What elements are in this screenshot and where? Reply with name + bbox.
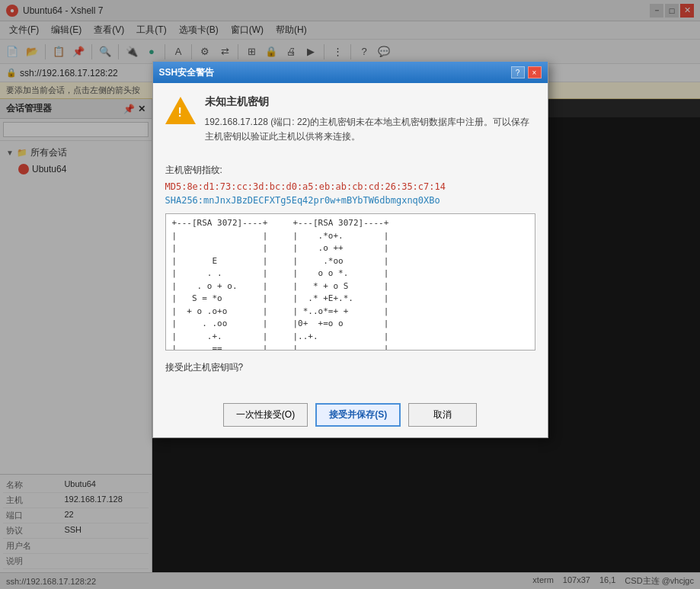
cancel-button[interactable]: 取消 bbox=[408, 403, 477, 427]
key-art-line-9: | . .oo | |0+ +=o o | bbox=[172, 318, 529, 331]
modal-overlay: SSH安全警告 ? × ! 未知主机密钥 192.168.17.128 (端口:… bbox=[0, 0, 700, 589]
dialog-title-bar: SSH安全警告 ? × bbox=[153, 62, 548, 83]
dialog-buttons: 一次性接受(O) 接受并保存(S) 取消 bbox=[153, 397, 548, 437]
key-art-box: +---[RSA 3072]----+ +---[RSA 3072]----+ … bbox=[165, 213, 535, 351]
fingerprint-sha256: SHA256:mnJnxJBzDECFXTg5Eq42pr0w+mBYbTW6d… bbox=[165, 195, 535, 206]
dialog-title-controls: ? × bbox=[511, 66, 542, 78]
key-art-line-7: | S = *o | | .* +E+.*. | bbox=[172, 293, 529, 306]
fingerprint-md5: MD5:8e:d1:73:cc:3d:bc:d0:a5:eb:ab:cb:cd:… bbox=[165, 181, 535, 192]
fingerprint-section: 主机密钥指纹: MD5:8e:d1:73:cc:3d:bc:d0:a5:eb:a… bbox=[165, 164, 535, 206]
warning-icon: ! bbox=[165, 95, 196, 126]
key-art-line-5: | . . | | o o *. | bbox=[172, 267, 529, 280]
dialog-warning-title: 未知主机密钥 bbox=[205, 95, 535, 109]
key-art-line-11: | .==. | | | bbox=[172, 343, 529, 351]
key-art-line-8: | + o .o+o | | *..o*=+ + | bbox=[172, 306, 529, 319]
key-art-line-10: | .+. | |..+. | bbox=[172, 331, 529, 344]
ssh-warning-dialog: SSH安全警告 ? × ! 未知主机密钥 192.168.17.128 (端口:… bbox=[152, 61, 548, 438]
key-art-line-4: | E | | .*oo | bbox=[172, 255, 529, 268]
accept-save-button[interactable]: 接受并保存(S) bbox=[315, 403, 401, 427]
key-art-line-1: +---[RSA 3072]----+ +---[RSA 3072]----+ bbox=[172, 217, 529, 230]
key-art-line-2: | | | .*o+. | bbox=[172, 230, 529, 243]
dialog-help-button[interactable]: ? bbox=[511, 66, 525, 78]
key-art-line-3: | | | .o ++ | bbox=[172, 242, 529, 255]
dialog-close-button[interactable]: × bbox=[528, 66, 542, 78]
once-accept-button[interactable]: 一次性接受(O) bbox=[223, 403, 308, 427]
main-window: ● Ubuntu64 - Xshell 7 － □ ✕ 文件(F) 编辑(E) … bbox=[0, 0, 700, 589]
dialog-header-text: 未知主机密钥 192.168.17.128 (端口: 22)的主机密钥未在本地主… bbox=[205, 95, 535, 153]
accept-question: 接受此主机密钥吗? bbox=[165, 361, 535, 374]
fingerprint-label: 主机密钥指纹: bbox=[165, 164, 535, 177]
dialog-warning-row: ! 未知主机密钥 192.168.17.128 (端口: 22)的主机密钥未在本… bbox=[165, 95, 535, 153]
key-art-line-6: | . o + o. | | * + o S | bbox=[172, 280, 529, 293]
dialog-description: 192.168.17.128 (端口: 22)的主机密钥未在本地主机密钥数据库中… bbox=[205, 115, 535, 144]
dialog-body: ! 未知主机密钥 192.168.17.128 (端口: 22)的主机密钥未在本… bbox=[153, 83, 548, 397]
dialog-title-text: SSH安全警告 bbox=[159, 66, 511, 79]
warning-exclaim-icon: ! bbox=[178, 106, 182, 120]
